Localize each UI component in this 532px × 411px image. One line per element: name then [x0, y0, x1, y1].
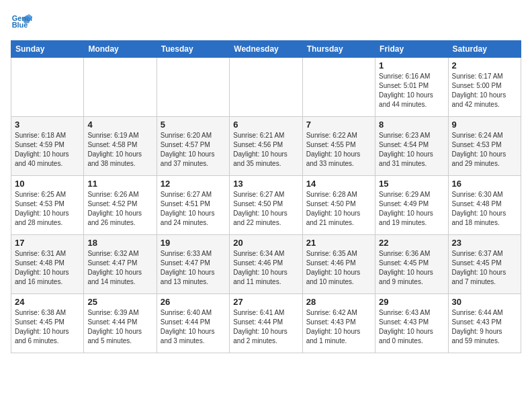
empty-day [230, 58, 302, 117]
calendar-day: 20Sunrise: 6:34 AMSunset: 4:46 PMDayligh… [230, 235, 302, 294]
day-number: 15 [379, 179, 444, 189]
day-number: 11 [87, 179, 152, 189]
calendar-day: 13Sunrise: 6:27 AMSunset: 4:50 PMDayligh… [230, 176, 302, 235]
day-number: 22 [379, 238, 444, 248]
day-info: Sunrise: 6:41 AMSunset: 4:44 PMDaylight:… [233, 308, 298, 346]
day-number: 23 [452, 238, 517, 248]
day-info: Sunrise: 6:44 AMSunset: 4:43 PMDaylight:… [452, 308, 517, 346]
calendar-day: 2Sunrise: 6:17 AMSunset: 5:00 PMDaylight… [448, 58, 521, 117]
day-info: Sunrise: 6:22 AMSunset: 4:55 PMDaylight:… [306, 131, 371, 169]
day-info: Sunrise: 6:30 AMSunset: 4:48 PMDaylight:… [452, 190, 517, 228]
day-number: 17 [15, 238, 80, 248]
calendar-day: 10Sunrise: 6:25 AMSunset: 4:53 PMDayligh… [11, 176, 84, 235]
logo: General Blue [11, 11, 35, 32]
day-info: Sunrise: 6:28 AMSunset: 4:50 PMDaylight:… [306, 190, 371, 228]
day-info: Sunrise: 6:34 AMSunset: 4:46 PMDaylight:… [233, 249, 298, 287]
calendar-day: 18Sunrise: 6:32 AMSunset: 4:47 PMDayligh… [84, 235, 157, 294]
day-info: Sunrise: 6:21 AMSunset: 4:56 PMDaylight:… [233, 131, 298, 169]
day-number: 4 [87, 120, 152, 130]
day-number: 1 [379, 60, 444, 71]
day-number: 21 [306, 238, 371, 248]
day-info: Sunrise: 6:25 AMSunset: 4:53 PMDaylight:… [15, 190, 80, 228]
day-number: 28 [306, 297, 371, 307]
calendar-day: 22Sunrise: 6:36 AMSunset: 4:45 PMDayligh… [375, 235, 448, 294]
calendar-day: 11Sunrise: 6:26 AMSunset: 4:52 PMDayligh… [84, 176, 157, 235]
day-info: Sunrise: 6:20 AMSunset: 4:57 PMDaylight:… [161, 131, 226, 169]
calendar-day: 19Sunrise: 6:33 AMSunset: 4:47 PMDayligh… [157, 235, 229, 294]
day-number: 5 [161, 120, 226, 130]
calendar-day: 30Sunrise: 6:44 AMSunset: 4:43 PMDayligh… [448, 294, 521, 353]
day-number: 19 [161, 238, 226, 248]
calendar-day: 16Sunrise: 6:30 AMSunset: 4:48 PMDayligh… [448, 176, 521, 235]
day-number: 9 [452, 120, 517, 130]
empty-day [157, 58, 229, 117]
weekday-header: Saturday [448, 41, 521, 58]
calendar-day: 25Sunrise: 6:39 AMSunset: 4:44 PMDayligh… [84, 294, 157, 353]
calendar-day: 6Sunrise: 6:21 AMSunset: 4:56 PMDaylight… [230, 117, 302, 176]
day-info: Sunrise: 6:27 AMSunset: 4:51 PMDaylight:… [161, 190, 226, 228]
day-number: 7 [306, 120, 371, 130]
calendar-day: 15Sunrise: 6:29 AMSunset: 4:49 PMDayligh… [375, 176, 448, 235]
weekday-header: Wednesday [230, 41, 302, 58]
weekday-header: Sunday [11, 41, 84, 58]
day-number: 2 [452, 60, 517, 71]
empty-day [302, 58, 375, 117]
day-number: 8 [379, 120, 444, 130]
day-info: Sunrise: 6:16 AMSunset: 5:01 PMDaylight:… [379, 72, 444, 109]
calendar-table: SundayMondayTuesdayWednesdayThursdayFrid… [11, 40, 521, 353]
calendar-day: 29Sunrise: 6:43 AMSunset: 4:43 PMDayligh… [375, 294, 448, 353]
day-info: Sunrise: 6:17 AMSunset: 5:00 PMDaylight:… [452, 72, 517, 109]
day-info: Sunrise: 6:37 AMSunset: 4:45 PMDaylight:… [452, 249, 517, 287]
day-number: 27 [233, 297, 298, 307]
day-info: Sunrise: 6:42 AMSunset: 4:43 PMDaylight:… [306, 308, 371, 346]
calendar-day: 3Sunrise: 6:18 AMSunset: 4:59 PMDaylight… [11, 117, 84, 176]
day-info: Sunrise: 6:24 AMSunset: 4:53 PMDaylight:… [452, 131, 517, 169]
day-number: 6 [233, 120, 298, 130]
day-number: 29 [379, 297, 444, 307]
calendar-header: SundayMondayTuesdayWednesdayThursdayFrid… [11, 41, 521, 58]
weekday-header: Friday [375, 41, 448, 58]
calendar-day: 14Sunrise: 6:28 AMSunset: 4:50 PMDayligh… [302, 176, 375, 235]
day-info: Sunrise: 6:40 AMSunset: 4:44 PMDaylight:… [161, 308, 226, 346]
day-number: 10 [15, 179, 80, 189]
empty-day [84, 58, 157, 117]
empty-day [11, 58, 84, 117]
day-info: Sunrise: 6:39 AMSunset: 4:44 PMDaylight:… [87, 308, 152, 346]
weekday-header: Thursday [302, 41, 375, 58]
calendar-day: 5Sunrise: 6:20 AMSunset: 4:57 PMDaylight… [157, 117, 229, 176]
calendar-day: 8Sunrise: 6:23 AMSunset: 4:54 PMDaylight… [375, 117, 448, 176]
day-info: Sunrise: 6:27 AMSunset: 4:50 PMDaylight:… [233, 190, 298, 228]
day-info: Sunrise: 6:36 AMSunset: 4:45 PMDaylight:… [379, 249, 444, 287]
page-header: General Blue [11, 11, 521, 32]
calendar-day: 26Sunrise: 6:40 AMSunset: 4:44 PMDayligh… [157, 294, 229, 353]
calendar-day: 12Sunrise: 6:27 AMSunset: 4:51 PMDayligh… [157, 176, 229, 235]
day-number: 25 [87, 297, 152, 307]
day-number: 24 [15, 297, 80, 307]
day-number: 18 [87, 238, 152, 248]
day-info: Sunrise: 6:23 AMSunset: 4:54 PMDaylight:… [379, 131, 444, 169]
day-number: 3 [15, 120, 80, 130]
calendar-day: 17Sunrise: 6:31 AMSunset: 4:48 PMDayligh… [11, 235, 84, 294]
day-number: 12 [161, 179, 226, 189]
day-number: 14 [306, 179, 371, 189]
calendar-day: 28Sunrise: 6:42 AMSunset: 4:43 PMDayligh… [302, 294, 375, 353]
calendar-day: 1Sunrise: 6:16 AMSunset: 5:01 PMDaylight… [375, 58, 448, 117]
day-info: Sunrise: 6:26 AMSunset: 4:52 PMDaylight:… [87, 190, 152, 228]
logo-icon: General Blue [11, 11, 32, 32]
calendar-day: 4Sunrise: 6:19 AMSunset: 4:58 PMDaylight… [84, 117, 157, 176]
weekday-header: Tuesday [157, 41, 229, 58]
day-number: 16 [452, 179, 517, 189]
day-info: Sunrise: 6:29 AMSunset: 4:49 PMDaylight:… [379, 190, 444, 228]
calendar-day: 7Sunrise: 6:22 AMSunset: 4:55 PMDaylight… [302, 117, 375, 176]
day-info: Sunrise: 6:18 AMSunset: 4:59 PMDaylight:… [15, 131, 80, 169]
day-number: 20 [233, 238, 298, 248]
day-number: 26 [161, 297, 226, 307]
calendar-day: 23Sunrise: 6:37 AMSunset: 4:45 PMDayligh… [448, 235, 521, 294]
day-number: 13 [233, 179, 298, 189]
day-number: 30 [452, 297, 517, 307]
calendar-day: 21Sunrise: 6:35 AMSunset: 4:46 PMDayligh… [302, 235, 375, 294]
weekday-header: Monday [84, 41, 157, 58]
day-info: Sunrise: 6:43 AMSunset: 4:43 PMDaylight:… [379, 308, 444, 346]
calendar-day: 24Sunrise: 6:38 AMSunset: 4:45 PMDayligh… [11, 294, 84, 353]
calendar-day: 27Sunrise: 6:41 AMSunset: 4:44 PMDayligh… [230, 294, 302, 353]
